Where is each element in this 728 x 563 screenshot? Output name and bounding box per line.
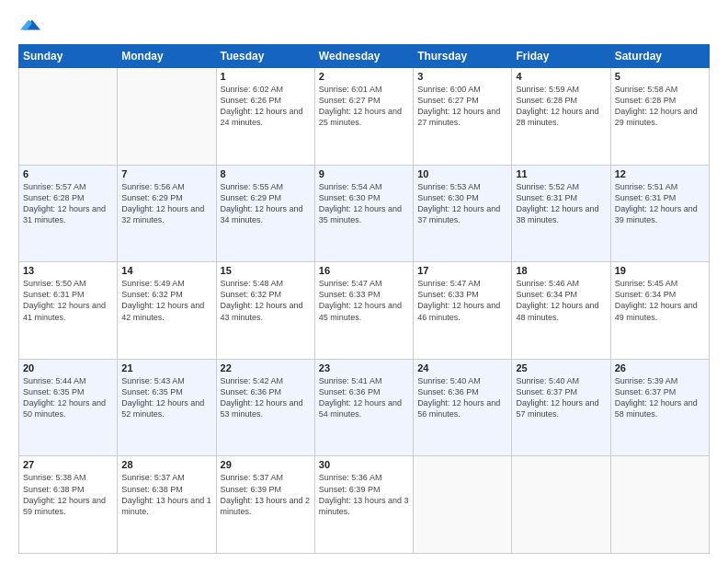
calendar-day-cell: 7Sunrise: 5:56 AM Sunset: 6:29 PM Daylig… <box>118 165 216 262</box>
day-number: 23 <box>319 362 409 373</box>
header <box>18 15 710 35</box>
day-info: Sunrise: 5:47 AM Sunset: 6:33 PM Dayligh… <box>319 278 409 323</box>
calendar-day-cell: 9Sunrise: 5:54 AM Sunset: 6:30 PM Daylig… <box>314 165 413 262</box>
page: SundayMondayTuesdayWednesdayThursdayFrid… <box>0 0 728 563</box>
calendar-day-cell: 19Sunrise: 5:45 AM Sunset: 6:34 PM Dayli… <box>610 262 709 360</box>
day-number: 5 <box>615 71 705 82</box>
day-info: Sunrise: 5:49 AM Sunset: 6:32 PM Dayligh… <box>121 278 211 323</box>
calendar-day-cell: 21Sunrise: 5:43 AM Sunset: 6:35 PM Dayli… <box>118 359 216 456</box>
calendar-week-row: 1Sunrise: 6:02 AM Sunset: 6:26 PM Daylig… <box>19 68 710 166</box>
calendar-day-cell: 25Sunrise: 5:40 AM Sunset: 6:37 PM Dayli… <box>512 359 610 456</box>
day-number: 29 <box>221 459 311 470</box>
day-number: 14 <box>121 265 211 276</box>
day-number: 15 <box>221 265 311 276</box>
day-info: Sunrise: 5:38 AM Sunset: 6:38 PM Dayligh… <box>23 472 113 517</box>
calendar-day-cell: 27Sunrise: 5:38 AM Sunset: 6:38 PM Dayli… <box>19 456 118 554</box>
day-number: 11 <box>516 168 606 179</box>
calendar-day-cell: 3Sunrise: 6:00 AM Sunset: 6:27 PM Daylig… <box>414 68 512 166</box>
day-info: Sunrise: 5:39 AM Sunset: 6:37 PM Dayligh… <box>615 375 705 420</box>
day-number: 25 <box>516 362 606 373</box>
day-number: 27 <box>23 459 113 470</box>
day-info: Sunrise: 5:37 AM Sunset: 6:38 PM Dayligh… <box>121 472 211 517</box>
day-info: Sunrise: 5:40 AM Sunset: 6:36 PM Dayligh… <box>417 375 507 420</box>
calendar-week-row: 13Sunrise: 5:50 AM Sunset: 6:31 PM Dayli… <box>19 262 710 360</box>
calendar-day-cell: 11Sunrise: 5:52 AM Sunset: 6:31 PM Dayli… <box>512 165 610 262</box>
day-number: 22 <box>221 362 311 373</box>
day-info: Sunrise: 5:43 AM Sunset: 6:35 PM Dayligh… <box>121 375 211 420</box>
calendar-header-cell: Saturday <box>610 45 709 68</box>
day-info: Sunrise: 5:57 AM Sunset: 6:28 PM Dayligh… <box>23 181 113 226</box>
day-number: 28 <box>121 459 211 470</box>
calendar-day-cell: 8Sunrise: 5:55 AM Sunset: 6:29 PM Daylig… <box>216 165 314 262</box>
calendar-day-cell: 30Sunrise: 5:36 AM Sunset: 6:39 PM Dayli… <box>314 456 413 554</box>
day-number: 20 <box>23 362 113 373</box>
day-number: 7 <box>121 168 211 179</box>
day-info: Sunrise: 5:42 AM Sunset: 6:36 PM Dayligh… <box>221 375 311 420</box>
day-info: Sunrise: 5:55 AM Sunset: 6:29 PM Dayligh… <box>221 181 311 226</box>
day-number: 4 <box>516 71 606 82</box>
day-info: Sunrise: 5:45 AM Sunset: 6:34 PM Dayligh… <box>615 278 705 323</box>
day-info: Sunrise: 5:40 AM Sunset: 6:37 PM Dayligh… <box>516 375 606 420</box>
day-number: 26 <box>615 362 705 373</box>
calendar-week-row: 20Sunrise: 5:44 AM Sunset: 6:35 PM Dayli… <box>19 359 710 456</box>
day-number: 3 <box>417 71 507 82</box>
calendar-day-cell: 10Sunrise: 5:53 AM Sunset: 6:30 PM Dayli… <box>414 165 512 262</box>
day-number: 21 <box>121 362 211 373</box>
day-number: 9 <box>319 168 409 179</box>
day-info: Sunrise: 5:51 AM Sunset: 6:31 PM Dayligh… <box>615 181 705 226</box>
calendar-day-cell: 18Sunrise: 5:46 AM Sunset: 6:34 PM Dayli… <box>512 262 610 360</box>
day-info: Sunrise: 5:54 AM Sunset: 6:30 PM Dayligh… <box>319 181 409 226</box>
calendar-day-cell: 5Sunrise: 5:58 AM Sunset: 6:28 PM Daylig… <box>610 68 709 166</box>
calendar-header-cell: Monday <box>118 45 216 68</box>
day-number: 10 <box>417 168 507 179</box>
calendar-week-row: 27Sunrise: 5:38 AM Sunset: 6:38 PM Dayli… <box>19 456 710 554</box>
day-info: Sunrise: 5:48 AM Sunset: 6:32 PM Dayligh… <box>221 278 311 323</box>
day-number: 1 <box>221 71 311 82</box>
calendar-table: SundayMondayTuesdayWednesdayThursdayFrid… <box>18 44 710 554</box>
day-number: 18 <box>516 265 606 276</box>
day-info: Sunrise: 5:36 AM Sunset: 6:39 PM Dayligh… <box>319 472 409 517</box>
calendar-day-cell: 16Sunrise: 5:47 AM Sunset: 6:33 PM Dayli… <box>314 262 413 360</box>
calendar-day-cell: 15Sunrise: 5:48 AM Sunset: 6:32 PM Dayli… <box>216 262 314 360</box>
calendar-header-row: SundayMondayTuesdayWednesdayThursdayFrid… <box>19 45 710 68</box>
day-number: 8 <box>221 168 311 179</box>
calendar-day-cell: 4Sunrise: 5:59 AM Sunset: 6:28 PM Daylig… <box>512 68 610 166</box>
calendar-day-cell <box>610 456 709 554</box>
calendar-day-cell: 12Sunrise: 5:51 AM Sunset: 6:31 PM Dayli… <box>610 165 709 262</box>
calendar-day-cell: 24Sunrise: 5:40 AM Sunset: 6:36 PM Dayli… <box>414 359 512 456</box>
calendar-day-cell: 14Sunrise: 5:49 AM Sunset: 6:32 PM Dayli… <box>118 262 216 360</box>
calendar-day-cell: 28Sunrise: 5:37 AM Sunset: 6:38 PM Dayli… <box>118 456 216 554</box>
logo-icon <box>20 15 40 35</box>
calendar-day-cell: 2Sunrise: 6:01 AM Sunset: 6:27 PM Daylig… <box>314 68 413 166</box>
day-info: Sunrise: 5:59 AM Sunset: 6:28 PM Dayligh… <box>516 84 606 129</box>
calendar-day-cell: 17Sunrise: 5:47 AM Sunset: 6:33 PM Dayli… <box>414 262 512 360</box>
calendar-header-cell: Thursday <box>414 45 512 68</box>
calendar-day-cell: 26Sunrise: 5:39 AM Sunset: 6:37 PM Dayli… <box>610 359 709 456</box>
day-info: Sunrise: 5:41 AM Sunset: 6:36 PM Dayligh… <box>319 375 409 420</box>
day-info: Sunrise: 6:00 AM Sunset: 6:27 PM Dayligh… <box>417 84 507 129</box>
calendar-day-cell <box>414 456 512 554</box>
day-number: 17 <box>417 265 507 276</box>
calendar-day-cell: 23Sunrise: 5:41 AM Sunset: 6:36 PM Dayli… <box>314 359 413 456</box>
day-info: Sunrise: 6:02 AM Sunset: 6:26 PM Dayligh… <box>221 84 311 129</box>
calendar-day-cell: 22Sunrise: 5:42 AM Sunset: 6:36 PM Dayli… <box>216 359 314 456</box>
day-info: Sunrise: 5:53 AM Sunset: 6:30 PM Dayligh… <box>417 181 507 226</box>
day-number: 6 <box>23 168 113 179</box>
logo <box>18 15 40 35</box>
day-info: Sunrise: 5:44 AM Sunset: 6:35 PM Dayligh… <box>23 375 113 420</box>
calendar-day-cell <box>19 68 118 166</box>
day-number: 16 <box>319 265 409 276</box>
day-number: 19 <box>615 265 705 276</box>
day-number: 30 <box>319 459 409 470</box>
day-info: Sunrise: 6:01 AM Sunset: 6:27 PM Dayligh… <box>319 84 409 129</box>
calendar-body: 1Sunrise: 6:02 AM Sunset: 6:26 PM Daylig… <box>19 68 710 554</box>
day-info: Sunrise: 5:37 AM Sunset: 6:39 PM Dayligh… <box>221 472 311 517</box>
calendar-day-cell: 1Sunrise: 6:02 AM Sunset: 6:26 PM Daylig… <box>216 68 314 166</box>
calendar-day-cell: 6Sunrise: 5:57 AM Sunset: 6:28 PM Daylig… <box>19 165 118 262</box>
day-info: Sunrise: 5:52 AM Sunset: 6:31 PM Dayligh… <box>516 181 606 226</box>
calendar-week-row: 6Sunrise: 5:57 AM Sunset: 6:28 PM Daylig… <box>19 165 710 262</box>
day-info: Sunrise: 5:46 AM Sunset: 6:34 PM Dayligh… <box>516 278 606 323</box>
day-info: Sunrise: 5:50 AM Sunset: 6:31 PM Dayligh… <box>23 278 113 323</box>
day-number: 24 <box>417 362 507 373</box>
day-info: Sunrise: 5:47 AM Sunset: 6:33 PM Dayligh… <box>417 278 507 323</box>
